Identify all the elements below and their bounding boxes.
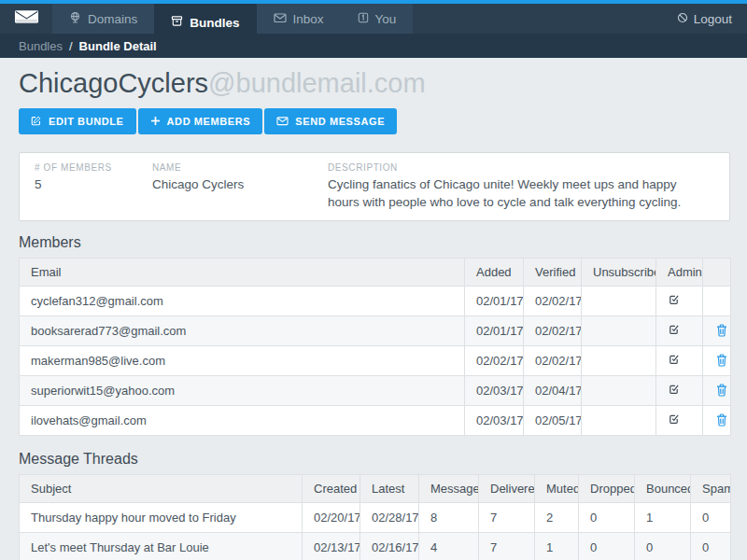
envelope-icon	[274, 12, 287, 26]
send-message-button[interactable]: Send Message	[264, 108, 397, 134]
info-field-member-count: # of Members 5	[35, 162, 152, 212]
thread-dropped: 0	[579, 532, 635, 560]
thread-created: 02/13/17	[303, 532, 360, 560]
members-header-row: Email Added Verified Unsubscribed Admin	[20, 258, 731, 286]
nav-item-label: Inbox	[293, 12, 324, 26]
col-admin[interactable]: Admin	[656, 258, 703, 286]
member-email: ilovehats@gmail.com	[20, 405, 465, 435]
app-logo[interactable]	[0, 4, 52, 34]
info-field-name: Name Chicago Cyclers	[152, 162, 328, 212]
member-verified: 02/04/17	[524, 375, 582, 405]
member-unsubscribed	[582, 405, 656, 435]
trash-icon	[716, 326, 727, 340]
col-created[interactable]: Created	[303, 474, 360, 502]
info-field-description: Description Cycling fanatics of Chicago …	[328, 162, 714, 212]
logout-button[interactable]: Logout	[677, 12, 732, 26]
member-row: booksarerad773@gmail.com 02/01/17 02/02/…	[20, 315, 731, 345]
breadcrumb-current: Bundle Detail	[79, 39, 157, 53]
action-buttons: Edit Bundle Add Members	[19, 108, 730, 134]
member-row: cyclefan312@gmail.com 02/01/17 02/02/17	[20, 286, 731, 315]
nav-item-bundles[interactable]: Bundles	[154, 4, 256, 41]
admin-checked-icon[interactable]	[668, 354, 680, 368]
bundle-name-value: Chicago Cyclers	[152, 176, 315, 194]
thread-dropped: 0	[579, 502, 635, 532]
thread-subject[interactable]: Let's meet Thursday at Bar Louie	[20, 532, 303, 560]
members-section-title: Members	[19, 234, 730, 251]
member-count-value: 5	[35, 176, 139, 194]
page-title: ChicagoCyclers@bundlemail.com	[19, 68, 730, 99]
delete-member-button[interactable]	[714, 352, 729, 369]
member-email: booksarerad773@gmail.com	[20, 315, 465, 345]
col-unsubscribed[interactable]: Unsubscribed	[582, 258, 656, 286]
col-delivered[interactable]: Delivered	[479, 474, 535, 502]
ban-icon	[677, 12, 688, 26]
globe-icon	[69, 11, 81, 26]
bundle-domain-suffix: @bundlemail.com	[208, 68, 426, 98]
member-email: makerman985@live.com	[20, 345, 465, 375]
col-dropped[interactable]: Dropped	[579, 474, 635, 502]
delete-member-button[interactable]	[714, 412, 729, 428]
member-row: makerman985@live.com 02/02/17 02/02/17	[20, 345, 731, 375]
breadcrumb-separator: /	[69, 39, 73, 53]
navbar-right: Logout	[677, 4, 747, 34]
thread-subject[interactable]: Thursday happy hour moved to Friday	[20, 502, 303, 532]
threads-section-title: Message Threads	[19, 451, 730, 468]
info-label: # of Members	[35, 162, 139, 173]
col-subject[interactable]: Subject	[20, 474, 303, 502]
nav-item-domains[interactable]: Domains	[52, 4, 154, 34]
thread-latest: 02/28/17	[360, 502, 419, 532]
thread-delivered: 7	[479, 502, 535, 532]
trash-icon	[716, 415, 727, 429]
col-spam[interactable]: Spam	[691, 474, 731, 502]
nav-item-inbox[interactable]: Inbox	[257, 4, 341, 34]
admin-checked-icon[interactable]	[668, 294, 680, 308]
thread-created: 02/20/17	[303, 502, 360, 532]
member-row: superiorwit15@yahoo.com 02/03/17 02/04/1…	[20, 375, 731, 405]
admin-checked-icon[interactable]	[668, 413, 680, 427]
delete-member-button[interactable]	[714, 322, 729, 339]
nav-item-label: You	[375, 12, 397, 26]
member-verified: 02/02/17	[524, 286, 582, 315]
col-muted[interactable]: Muted	[535, 474, 579, 502]
members-table: Email Added Verified Unsubscribed Admin …	[19, 258, 731, 436]
app-window: Domains Bundles	[0, 0, 747, 560]
member-email: superiorwit15@yahoo.com	[20, 375, 465, 405]
delete-member-button[interactable]	[714, 382, 729, 399]
member-verified: 02/05/17	[524, 405, 582, 435]
add-members-button[interactable]: Add Members	[138, 108, 263, 134]
member-added: 02/01/17	[465, 315, 524, 345]
admin-checked-icon[interactable]	[668, 384, 680, 398]
send-envelope-icon	[276, 116, 289, 128]
nav-item-you[interactable]: You	[341, 4, 414, 34]
nav-item-label: Domains	[88, 12, 137, 26]
breadcrumb: Bundles / Bundle Detail	[0, 34, 747, 58]
col-email[interactable]: Email	[20, 258, 465, 286]
member-unsubscribed	[582, 345, 656, 375]
col-added[interactable]: Added	[465, 258, 524, 286]
edit-bundle-button[interactable]: Edit Bundle	[19, 108, 136, 134]
col-messages[interactable]: Messages	[419, 474, 479, 502]
id-card-icon	[358, 12, 369, 26]
trash-icon	[716, 385, 727, 399]
thread-row[interactable]: Let's meet Thursday at Bar Louie 02/13/1…	[20, 532, 731, 560]
member-added: 02/02/17	[465, 345, 524, 375]
thread-spam: 0	[691, 532, 731, 560]
member-unsubscribed	[582, 286, 656, 315]
col-verified[interactable]: Verified	[524, 258, 582, 286]
breadcrumb-parent-link[interactable]: Bundles	[19, 39, 63, 53]
archive-box-icon	[171, 15, 183, 30]
thread-spam: 0	[691, 502, 731, 532]
send-message-label: Send Message	[295, 116, 385, 127]
col-bounced[interactable]: Bounced	[635, 474, 691, 502]
thread-row[interactable]: Thursday happy hour moved to Friday 02/2…	[20, 502, 731, 532]
threads-header-row: Subject Created Latest Messages Delivere…	[20, 474, 731, 502]
info-label: Name	[152, 162, 315, 173]
thread-delivered: 7	[479, 532, 535, 560]
col-latest[interactable]: Latest	[360, 474, 419, 502]
member-verified: 02/02/17	[524, 315, 582, 345]
edit-pencil-icon	[31, 115, 42, 128]
thread-bounced: 0	[635, 532, 691, 560]
nav-item-label: Bundles	[190, 16, 239, 30]
admin-checked-icon[interactable]	[668, 324, 680, 338]
thread-latest: 02/16/17	[360, 532, 419, 560]
